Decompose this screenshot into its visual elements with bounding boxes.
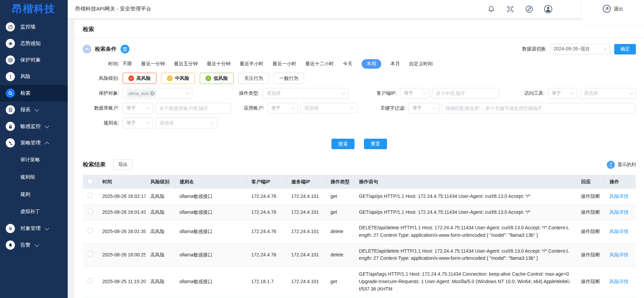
table-header-row: 时间风险级别规则名客户端IP服务端IP操作类型操作语句回应操作 [83,175,636,189]
sidebar-item-label: 态势感知 [20,40,41,47]
time-option[interactable]: 最近半小时 [240,61,263,67]
header-icons [487,5,553,14]
access-tool-operator-select[interactable]: 等于 [548,88,577,99]
risk-detail-link[interactable]: 风险详情 [609,279,628,284]
cell-server-ip: 172.24.4.101 [286,243,326,266]
check-circle-icon: ✓ [206,75,211,81]
time-label: 时间: [83,61,123,67]
select-all-checkbox[interactable] [87,179,92,184]
sidebar-item-sensitive-monitor[interactable]: 敏感监控 [0,118,68,135]
rule-name-operator-select[interactable]: 等于 [123,118,153,129]
time-option[interactable]: 不限 [123,61,132,67]
sensitive-monitor-icon [6,122,15,131]
main-content: 检索 检索条件 数据源切换 2024-09-26~现在 确定 时间: 不限最 [68,18,644,298]
sidebar-item-label: 报表 [20,107,30,113]
link-icon[interactable] [525,5,534,14]
op-type-select[interactable]: 请选择 [263,88,349,99]
app-account-select[interactable]: 请选择 [301,103,357,114]
sidebar-item-protected-objects[interactable]: 保护对象 [0,52,68,68]
protect-object-select[interactable]: ollma_test × [123,88,192,99]
table-body: 2025-08-26 16:02:17高风险ollama敏感接口172.24.4… [83,189,636,297]
rule-name-label: 规则名: [83,120,123,126]
collapse-conditions-icon[interactable] [83,45,91,53]
chevron-down-icon [35,243,39,247]
time-option[interactable]: 自定义时间 [409,61,433,67]
sidebar-subitem-rule-group[interactable]: 规则组 [0,168,68,186]
time-option[interactable]: 最近五分钟 [174,61,198,67]
notification-bell-icon[interactable] [487,5,496,14]
cell-response: 操作阻断 [576,204,605,220]
risk-button[interactable]: ✓高风险 [123,73,156,84]
risk-detail-link[interactable]: 风险详情 [609,209,628,215]
cell-statement: DELETE/api/delete HTTP/1.1 Host: 172.24.… [354,243,576,266]
sidebar-item-label: 保护对象 [20,57,41,63]
sidebar-item-search[interactable]: 检索 [0,85,68,101]
keyword-input[interactable] [442,103,635,114]
risk-detail-link[interactable]: 风险详情 [609,193,628,199]
time-option[interactable]: 今天 [343,61,352,67]
cell-response: 操作阻断 [576,267,605,297]
risk-button-label: 一般行为 [279,75,298,82]
app-account-operator-select[interactable]: 等于 [267,103,298,114]
sidebar-item-monitor-wall[interactable]: 监控墙 [0,19,68,35]
time-option[interactable]: 本周 [362,59,381,69]
risk-detail-link[interactable]: 风险详情 [609,252,628,257]
time-option[interactable]: 本月 [390,61,400,67]
access-tool-label: 访问工具: [515,90,548,96]
db-account-input[interactable] [156,103,231,114]
sidebar-item-reports[interactable]: 报表 [0,101,68,118]
cell-time: 2025-08-26 16:02:17 [98,189,146,204]
datasource-confirm-button[interactable]: 确定 [614,44,636,54]
sidebar-item-risk[interactable]: 风险 [0,68,68,85]
time-option[interactable]: 最近十分钟 [207,61,231,67]
row-checkbox[interactable] [88,193,93,198]
sidebar-subitem-audit-policy[interactable]: 审计策略 [0,151,68,168]
row-checkbox[interactable] [88,228,93,233]
alerts-icon [6,240,15,250]
time-option[interactable]: 最近一分钟 [141,61,165,67]
keyword-operator-select[interactable]: 等于 [409,103,439,114]
client-ip-input[interactable] [432,88,499,99]
fullscreen-icon[interactable] [506,5,515,14]
access-tool-select[interactable]: 请选择 [580,88,636,99]
cell-rule-name: ollama敏感接口 [175,220,246,243]
tag-close-icon[interactable]: × [150,91,155,96]
rule-name-select[interactable]: 请选择 [156,118,217,129]
reset-button[interactable]: 重置 [364,139,387,149]
sidebar-item-alerts[interactable]: 告警 [0,237,68,253]
export-button[interactable]: 导出 [113,159,133,170]
visible-columns-toggle[interactable]: 显示的列 [607,161,636,169]
db-account-operator-select[interactable]: 等于 [123,103,153,114]
time-option[interactable]: 最近一小时 [273,61,296,67]
risk-button[interactable]: 关注行为 [238,73,269,84]
risk-detail-link[interactable]: 风险详情 [609,229,628,234]
risk-button[interactable]: ✓中风险 [161,73,195,84]
sidebar-subitem-rule[interactable]: 规则 [0,186,68,203]
time-option[interactable]: 最近十二小时 [305,61,334,67]
row-checkbox[interactable] [88,209,93,214]
sidebar-item-situation-awareness[interactable]: 态势感知 [0,35,68,52]
chevron-down-icon [45,124,49,128]
user-avatar[interactable] [544,5,553,14]
app-account-operator-value: 等于 [271,105,281,111]
client-ip-operator-select[interactable]: 等于 [400,88,429,99]
logout-panel[interactable]: 退出 [581,0,644,26]
page-title: 检索 [74,20,644,38]
cell-risk-level: 高风险 [146,243,175,266]
conditions-menu-icon[interactable] [121,45,129,53]
check-circle-icon: ✓ [128,75,134,81]
search-conditions-panel: 检索条件 数据源切换 2024-09-26~现在 确定 时间: 不限最近一分钟最… [74,38,644,149]
risk-button[interactable]: 一般行为 [274,73,304,84]
datasource-select[interactable]: 2024-09-26~现在 [550,44,610,54]
chevron-down-icon [604,47,607,50]
risk-button[interactable]: ✓低风险 [200,73,234,84]
sidebar-item-object-management[interactable]: 对象管理 [0,220,68,237]
row-checkbox[interactable] [88,278,93,283]
logout-label: 退出 [614,4,623,13]
sidebar-item-policy-management[interactable]: 策略管理 [0,135,68,151]
protect-object-tag-label: ollma_test [128,91,148,96]
sidebar-subitem-virtual-patch[interactable]: 虚拟补丁 [0,203,68,220]
search-button[interactable]: 搜索 [331,139,355,149]
row-checkbox[interactable] [88,251,93,256]
check-circle-icon: ✓ [167,75,173,81]
